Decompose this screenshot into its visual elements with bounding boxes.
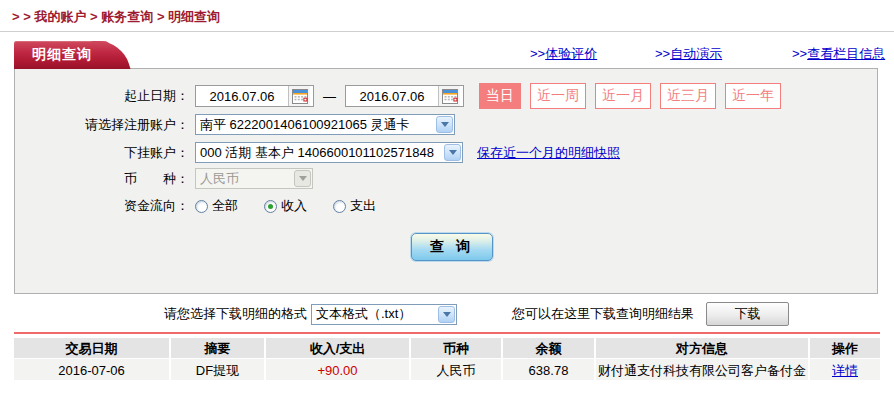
sub-account-row: 下挂账户： 000 活期 基本户 1406600101102571848 保存近… bbox=[15, 142, 877, 163]
register-account-select[interactable]: 南平 6222001406100921065 灵通卡 bbox=[195, 114, 455, 135]
column-header-balance: 余额 bbox=[501, 338, 594, 358]
flow-option-label: 全部 bbox=[212, 197, 238, 215]
currency-value: 人民币 bbox=[200, 170, 239, 188]
fund-flow-label: 资金流向： bbox=[15, 197, 189, 215]
date-to-input[interactable] bbox=[346, 87, 438, 105]
radio-icon bbox=[264, 200, 277, 213]
link-prefix: >> bbox=[530, 46, 545, 61]
link-label: 体验评价 bbox=[545, 46, 597, 61]
chevron-down-icon bbox=[294, 170, 311, 187]
table-top-divider bbox=[14, 332, 880, 334]
download-hint: 您可以在这里下载查询明细结果 bbox=[512, 305, 694, 323]
link-label: 自动演示 bbox=[670, 46, 722, 61]
column-header-currency: 币种 bbox=[409, 338, 501, 358]
flow-option-label: 支出 bbox=[350, 197, 376, 215]
download-format-select[interactable]: 文本格式（.txt） bbox=[311, 304, 457, 325]
sub-account-select[interactable]: 000 活期 基本户 1406600101102571848 bbox=[195, 142, 463, 163]
currency-label: 币 种： bbox=[15, 170, 189, 188]
flow-option-label: 收入 bbox=[281, 197, 307, 215]
link-auto-demo[interactable]: >>自动演示 bbox=[655, 45, 722, 63]
breadcrumb: > > 我的账户 > 账务查询 > 明细查询 bbox=[12, 8, 220, 26]
flow-radio-expense[interactable]: 支出 bbox=[333, 197, 376, 215]
breadcrumb-item-detail-query[interactable]: 明细查询 bbox=[168, 9, 220, 24]
quick-range-3months-button[interactable]: 近三月 bbox=[660, 83, 716, 109]
date-to-box bbox=[345, 85, 464, 107]
divider bbox=[0, 31, 894, 32]
table-header-row: 交易日期 摘要 收入/支出 币种 余额 对方信息 操作 bbox=[14, 338, 880, 358]
sub-account-label: 下挂账户： bbox=[15, 144, 189, 162]
cell-balance: 638.78 bbox=[501, 358, 594, 380]
link-prefix: >> bbox=[655, 46, 670, 61]
flow-radio-income[interactable]: 收入 bbox=[264, 197, 307, 215]
currency-row: 币 种： 人民币 bbox=[15, 168, 877, 189]
column-header-summary: 摘要 bbox=[169, 338, 264, 358]
radio-icon bbox=[195, 200, 208, 213]
quick-range-week-button[interactable]: 近一周 bbox=[530, 83, 586, 109]
download-button[interactable]: 下载 bbox=[706, 302, 789, 326]
download-format-value: 文本格式（.txt） bbox=[316, 305, 411, 323]
column-header-amount: 收入/支出 bbox=[264, 338, 409, 358]
date-range-row: 起止日期： — bbox=[15, 83, 877, 109]
fund-flow-row: 资金流向： 全部 收入 支出 bbox=[15, 197, 877, 215]
date-separator: — bbox=[323, 89, 336, 104]
date-from-input[interactable] bbox=[196, 87, 288, 105]
query-button[interactable]: 查 询 bbox=[411, 233, 493, 261]
chevron-down-icon bbox=[444, 144, 461, 161]
column-header-counterparty: 对方信息 bbox=[594, 338, 808, 358]
link-prefix: >> bbox=[792, 46, 807, 61]
quick-range-today-button[interactable]: 当日 bbox=[479, 83, 521, 109]
cell-counterparty: 财付通支付科技有限公司客户备付金 bbox=[594, 358, 808, 380]
save-snapshot-link[interactable]: 保存近一个月的明细快照 bbox=[477, 144, 620, 162]
link-label: 查看栏目信息 bbox=[807, 46, 885, 61]
breadcrumb-prefix: > > bbox=[12, 9, 31, 24]
link-view-column-info[interactable]: >>查看栏目信息 bbox=[792, 45, 885, 63]
tab-detail-query[interactable]: 明细查询 bbox=[14, 41, 110, 69]
cell-currency: 人民币 bbox=[409, 358, 501, 380]
flow-radio-all[interactable]: 全部 bbox=[195, 197, 238, 215]
quick-range-year-button[interactable]: 近一年 bbox=[725, 83, 781, 109]
breadcrumb-separator: > bbox=[90, 9, 98, 24]
sub-account-value: 000 活期 基本户 1406600101102571848 bbox=[200, 144, 434, 162]
register-account-value: 南平 6222001406100921065 灵通卡 bbox=[200, 116, 410, 134]
detail-link[interactable]: 详情 bbox=[832, 363, 858, 378]
column-header-date: 交易日期 bbox=[14, 338, 169, 358]
date-range-label: 起止日期： bbox=[15, 87, 189, 105]
calendar-icon[interactable] bbox=[288, 86, 310, 106]
download-row: 请您选择下载明细的格式 文本格式（.txt） 您可以在这里下载查询明细结果 下载 bbox=[14, 300, 880, 328]
breadcrumb-item-account-query[interactable]: 账务查询 bbox=[101, 9, 153, 24]
link-experience-rating[interactable]: >>体验评价 bbox=[530, 45, 597, 63]
calendar-icon[interactable] bbox=[438, 86, 460, 106]
radio-icon bbox=[333, 200, 346, 213]
register-account-label: 请选择注册账户： bbox=[15, 116, 189, 134]
date-from-box bbox=[195, 85, 314, 107]
download-format-label: 请您选择下载明细的格式 bbox=[164, 305, 307, 323]
table-row: 2016-07-06 DF提现 +90.00 人民币 638.78 财付通支付科… bbox=[14, 358, 880, 380]
breadcrumb-item-my-account[interactable]: 我的账户 bbox=[34, 9, 86, 24]
cell-amount: +90.00 bbox=[264, 358, 409, 380]
cell-date: 2016-07-06 bbox=[14, 358, 169, 380]
chevron-down-icon bbox=[436, 116, 453, 133]
cell-summary: DF提现 bbox=[169, 358, 264, 380]
currency-select: 人民币 bbox=[195, 168, 313, 189]
register-account-row: 请选择注册账户： 南平 6222001406100921065 灵通卡 bbox=[15, 114, 877, 135]
results-table: 交易日期 摘要 收入/支出 币种 余额 对方信息 操作 2016-07-06 D… bbox=[14, 338, 880, 380]
chevron-down-icon bbox=[438, 306, 455, 323]
quick-range-month-button[interactable]: 近一月 bbox=[595, 83, 651, 109]
breadcrumb-separator: > bbox=[157, 9, 165, 24]
column-header-action: 操作 bbox=[808, 338, 880, 358]
query-form-panel: 起止日期： — bbox=[14, 68, 878, 294]
